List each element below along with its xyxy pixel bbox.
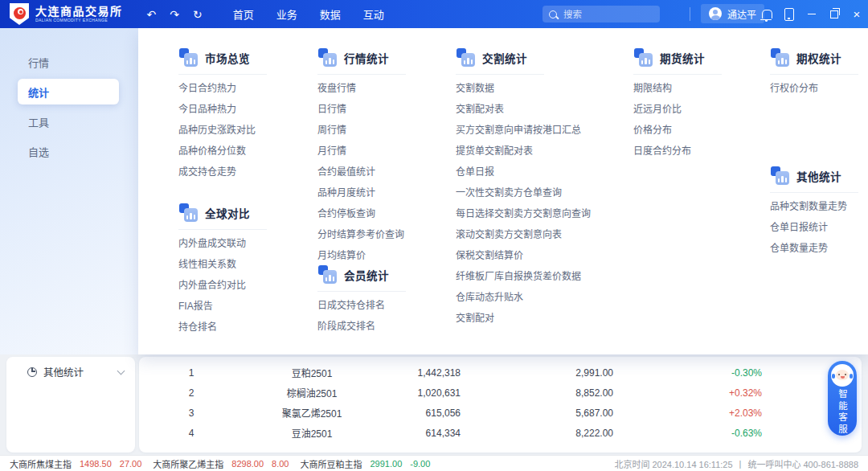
section-title: 市场总览 [205, 50, 250, 66]
refresh-icon[interactable]: ↻ [193, 9, 203, 20]
volume-cell: 615,056 [404, 408, 461, 419]
menu-item[interactable]: 周行情 [317, 120, 406, 141]
change-cell: +2.03% [613, 408, 762, 419]
menu-item[interactable]: 仓库动态升贴水 [456, 287, 591, 308]
search-input[interactable] [562, 9, 645, 20]
menu-item[interactable]: 保税交割结算价 [456, 245, 591, 266]
menu-item[interactable]: 品种价格分位数 [178, 141, 267, 162]
nav-data[interactable]: 数据 [320, 6, 341, 22]
section-title: 期权统计 [796, 50, 841, 66]
menu-item[interactable]: 合约最值统计 [317, 162, 406, 182]
stats-chart-icon [770, 48, 789, 68]
price-cell: 2,991.00 [461, 367, 613, 379]
section-title: 其他统计 [796, 168, 841, 184]
menu-item[interactable]: FIA报告 [178, 296, 267, 317]
menu-item[interactable]: 内外盘合约对比 [178, 275, 267, 296]
ticker-name: 大商所聚乙烯主指 [153, 457, 223, 470]
restore-button[interactable] [823, 0, 845, 28]
menu-item[interactable]: 分时结算参考价查询 [317, 224, 406, 245]
sidebar-item-watchlist[interactable]: 自选 [18, 138, 119, 164]
section-options-stats: 期权统计 行权价分布 [770, 48, 858, 99]
sidebar-item-quotes[interactable]: 行情 [18, 49, 119, 75]
stats-chart-icon [770, 166, 789, 186]
menu-item[interactable]: 提货单交割配对表 [456, 141, 591, 162]
close-button[interactable]: × [845, 0, 868, 28]
submenu-group-other-stats[interactable]: 其他统计 [6, 357, 135, 379]
menu-item[interactable]: 日度合约分布 [633, 141, 722, 162]
menu-item[interactable]: 仓单日报统计 [770, 217, 858, 238]
menu-item[interactable]: 交割配对表 [456, 99, 591, 120]
menu-item[interactable]: 滚动交割卖方交割意向表 [456, 224, 591, 245]
back-icon[interactable]: ↶ [147, 9, 157, 20]
sidebar-item-statistics[interactable]: 统计 [18, 79, 119, 104]
menu-item[interactable]: 仓单数量走势 [770, 238, 858, 259]
service-label: 智能客服 [836, 389, 849, 436]
menu-item[interactable]: 买方交割意向申请按港口汇总 [456, 120, 591, 141]
service-mascot-icon [831, 364, 854, 387]
section-title: 会员统计 [344, 267, 389, 283]
mobile-app-button[interactable] [778, 0, 800, 28]
stats-chart-icon [456, 48, 475, 68]
menu-item[interactable]: 夜盘行情 [317, 78, 406, 99]
forward-icon[interactable]: ↷ [170, 9, 179, 20]
smart-service-button[interactable]: 智能客服 [828, 361, 857, 436]
hotline: 统一呼叫中心 400-861-8888 [747, 457, 858, 470]
menu-item[interactable]: 品种历史涨跌对比 [178, 120, 267, 141]
section-global-compare: 全球对比 内外盘成交联动 线性相关系数 内外盘合约对比 FIA报告 持仓排名 [178, 203, 267, 338]
notifications-button[interactable] [755, 0, 778, 28]
rank-cell: 1 [163, 367, 219, 379]
table-row[interactable]: 2 棕榈油2501 1,020,631 8,852.00 +0.32% [163, 383, 862, 403]
menu-item[interactable]: 期限结构 [633, 78, 722, 99]
menu-item[interactable]: 持仓排名 [178, 317, 267, 338]
menu-item[interactable]: 月均结算价 [317, 245, 406, 266]
menu-item[interactable]: 交割配对 [456, 308, 591, 329]
contract-cell: 棕榈油2501 [219, 386, 404, 399]
minimize-button[interactable] [800, 0, 823, 28]
menu-item[interactable]: 月行情 [317, 141, 406, 162]
volume-cell: 614,334 [404, 428, 461, 439]
table-row[interactable]: 4 豆油2501 614,334 8,222.00 -0.63% [163, 423, 862, 443]
user-avatar [709, 7, 722, 20]
submenu-group-label: 其他统计 [43, 364, 112, 379]
rank-cell: 2 [163, 387, 219, 399]
menu-item[interactable]: 合约停板查询 [317, 203, 406, 224]
sidebar-item-tools[interactable]: 工具 [18, 109, 119, 134]
stats-chart-icon [317, 48, 337, 68]
table-row[interactable]: 3 聚氯乙烯2501 615,056 5,687.00 +2.03% [163, 403, 862, 423]
menu-item[interactable]: 成交持仓走势 [178, 162, 267, 182]
menu-item[interactable]: 仓单日报 [456, 162, 591, 182]
menu-item[interactable]: 近远月价比 [633, 99, 722, 120]
user-name: 通达平 [727, 7, 756, 21]
menu-item[interactable]: 纤维板厂库自报换货差价数据 [456, 266, 591, 287]
table-row[interactable]: 1 豆粕2501 1,442,318 2,991.00 -0.30% [163, 362, 862, 383]
menu-item[interactable]: 日成交持仓排名 [317, 295, 406, 316]
nav-business[interactable]: 业务 [276, 6, 297, 22]
menu-item[interactable]: 品种月度统计 [317, 182, 406, 203]
nav-home[interactable]: 首页 [233, 6, 254, 22]
menu-item[interactable]: 交割数据 [456, 78, 591, 99]
menu-item[interactable]: 品种交割数量走势 [770, 196, 858, 217]
change-cell: +0.32% [613, 387, 762, 399]
search-icon [549, 10, 557, 18]
menu-item[interactable]: 每日选择交割卖方交割意向查询 [456, 203, 591, 224]
topbar-divider [690, 7, 690, 21]
menu-item[interactable]: 行权价分布 [770, 78, 858, 99]
section-title: 交割统计 [482, 50, 527, 66]
menu-item[interactable]: 一次性交割卖方仓单查询 [456, 182, 591, 203]
menu-item[interactable]: 线性相关系数 [178, 254, 267, 275]
menu-item[interactable]: 阶段成交排名 [317, 316, 406, 337]
volume-cell: 1,020,631 [404, 387, 461, 399]
section-market-overview: 市场总览 今日合约热力 今日品种热力 品种历史涨跌对比 品种价格分位数 成交持仓… [178, 48, 267, 182]
search-box[interactable] [542, 6, 660, 23]
section-futures-stats: 期货统计 期限结构 近远月价比 价格分布 日度合约分布 [633, 48, 722, 162]
menu-item[interactable]: 内外盘成交联动 [178, 233, 267, 254]
nav-interact[interactable]: 互动 [363, 6, 384, 22]
menu-item[interactable]: 今日品种热力 [178, 99, 267, 120]
ticker-change: 27.00 [120, 459, 142, 469]
menu-item[interactable]: 价格分布 [633, 120, 722, 141]
menu-item[interactable]: 今日合约热力 [178, 78, 267, 99]
beijing-time: 北京时间 2024.10.14 16:11:25 [614, 457, 732, 470]
volume-cell: 1,442,318 [404, 367, 461, 379]
menu-item[interactable]: 日行情 [317, 99, 406, 120]
logo: 大连商品交易所 DALIAN COMMODITY EXCHANGE [0, 3, 123, 25]
